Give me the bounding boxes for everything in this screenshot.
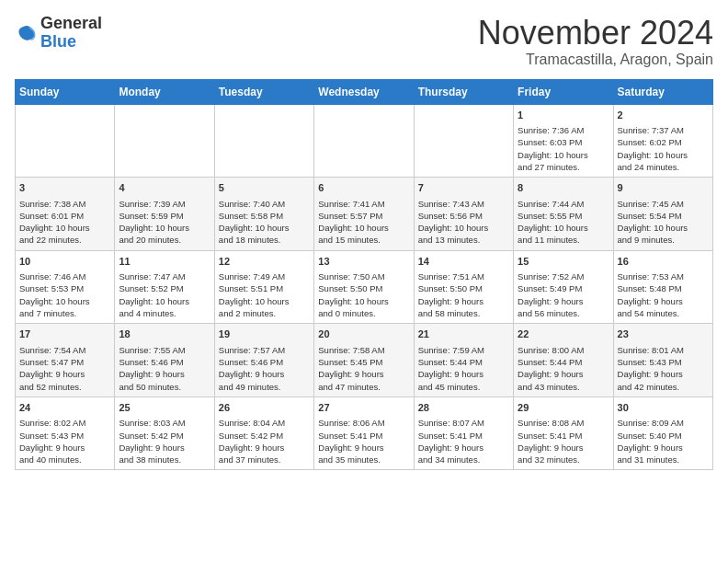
logo-text: General Blue (40, 15, 102, 52)
day-number: 27 (318, 401, 409, 415)
calendar-cell: 16Sunrise: 7:53 AMSunset: 5:48 PMDayligh… (613, 250, 712, 324)
day-number: 20 (318, 327, 409, 341)
day-info: Sunrise: 7:58 AMSunset: 5:45 PMDaylight:… (318, 344, 409, 393)
calendar-week-row: 1Sunrise: 7:36 AMSunset: 6:03 PMDaylight… (16, 104, 713, 178)
calendar-cell: 27Sunrise: 8:06 AMSunset: 5:41 PMDayligh… (314, 396, 414, 470)
weekday-header: Sunday (16, 79, 115, 104)
calendar-cell: 11Sunrise: 7:47 AMSunset: 5:52 PMDayligh… (115, 250, 214, 324)
day-info: Sunrise: 7:38 AMSunset: 6:01 PMDaylight:… (19, 198, 110, 247)
calendar-cell: 12Sunrise: 7:49 AMSunset: 5:51 PMDayligh… (214, 250, 313, 324)
day-info: Sunrise: 7:46 AMSunset: 5:53 PMDaylight:… (19, 270, 110, 319)
calendar-cell: 15Sunrise: 7:52 AMSunset: 5:49 PMDayligh… (514, 250, 613, 324)
day-number: 24 (19, 401, 110, 415)
weekday-header: Saturday (613, 79, 712, 104)
calendar-cell: 6Sunrise: 7:41 AMSunset: 5:57 PMDaylight… (314, 178, 414, 251)
weekday-header-row: SundayMondayTuesdayWednesdayThursdayFrid… (16, 79, 713, 104)
weekday-header: Friday (514, 79, 613, 104)
day-number: 14 (418, 255, 509, 269)
day-number: 8 (518, 181, 609, 195)
calendar-cell: 9Sunrise: 7:45 AMSunset: 5:54 PMDaylight… (613, 178, 712, 251)
day-info: Sunrise: 7:36 AMSunset: 6:03 PMDaylight:… (518, 124, 609, 173)
weekday-header: Thursday (414, 79, 513, 104)
day-info: Sunrise: 7:40 AMSunset: 5:58 PMDaylight:… (219, 198, 310, 247)
day-info: Sunrise: 7:50 AMSunset: 5:50 PMDaylight:… (318, 270, 409, 319)
day-info: Sunrise: 7:54 AMSunset: 5:47 PMDaylight:… (19, 344, 110, 393)
day-number: 12 (219, 255, 310, 269)
calendar-cell: 19Sunrise: 7:57 AMSunset: 5:46 PMDayligh… (214, 324, 313, 397)
calendar-week-row: 10Sunrise: 7:46 AMSunset: 5:53 PMDayligh… (16, 250, 713, 324)
calendar-cell (414, 104, 513, 178)
day-info: Sunrise: 7:57 AMSunset: 5:46 PMDaylight:… (219, 344, 310, 393)
day-info: Sunrise: 8:00 AMSunset: 5:44 PMDaylight:… (518, 344, 609, 393)
calendar-cell: 3Sunrise: 7:38 AMSunset: 6:01 PMDaylight… (16, 178, 115, 251)
calendar-week-row: 3Sunrise: 7:38 AMSunset: 6:01 PMDaylight… (16, 178, 713, 251)
day-info: Sunrise: 7:53 AMSunset: 5:48 PMDaylight:… (618, 270, 709, 319)
day-number: 3 (19, 181, 110, 195)
day-number: 23 (618, 327, 709, 341)
day-number: 29 (518, 401, 609, 415)
weekday-header: Wednesday (314, 79, 414, 104)
day-number: 16 (618, 255, 709, 269)
calendar-cell: 4Sunrise: 7:39 AMSunset: 5:59 PMDaylight… (115, 178, 214, 251)
calendar-cell: 21Sunrise: 7:59 AMSunset: 5:44 PMDayligh… (414, 324, 513, 397)
calendar-cell: 30Sunrise: 8:09 AMSunset: 5:40 PMDayligh… (613, 396, 712, 470)
calendar-cell: 13Sunrise: 7:50 AMSunset: 5:50 PMDayligh… (314, 250, 414, 324)
calendar-cell: 5Sunrise: 7:40 AMSunset: 5:58 PMDaylight… (214, 178, 313, 251)
calendar-cell: 7Sunrise: 7:43 AMSunset: 5:56 PMDaylight… (414, 178, 513, 251)
day-number: 13 (318, 255, 409, 269)
day-number: 11 (119, 255, 210, 269)
day-number: 28 (418, 401, 509, 415)
calendar-cell: 28Sunrise: 8:07 AMSunset: 5:41 PMDayligh… (414, 396, 513, 470)
day-number: 5 (219, 181, 310, 195)
day-info: Sunrise: 7:49 AMSunset: 5:51 PMDaylight:… (219, 270, 310, 319)
day-number: 21 (418, 327, 509, 341)
calendar-cell: 18Sunrise: 7:55 AMSunset: 5:46 PMDayligh… (115, 324, 214, 397)
weekday-header: Tuesday (214, 79, 313, 104)
day-info: Sunrise: 7:44 AMSunset: 5:55 PMDaylight:… (518, 198, 609, 247)
day-info: Sunrise: 7:51 AMSunset: 5:50 PMDaylight:… (418, 270, 509, 319)
day-number: 25 (119, 401, 210, 415)
day-info: Sunrise: 7:52 AMSunset: 5:49 PMDaylight:… (518, 270, 609, 319)
logo-blue: Blue (40, 33, 102, 52)
day-number: 19 (219, 327, 310, 341)
day-number: 4 (119, 181, 210, 195)
day-info: Sunrise: 8:08 AMSunset: 5:41 PMDaylight:… (518, 417, 609, 465)
day-info: Sunrise: 8:01 AMSunset: 5:43 PMDaylight:… (618, 344, 709, 393)
calendar-cell: 20Sunrise: 7:58 AMSunset: 5:45 PMDayligh… (314, 324, 414, 397)
logo-general: General (40, 15, 102, 33)
calendar-cell: 10Sunrise: 7:46 AMSunset: 5:53 PMDayligh… (16, 250, 115, 324)
day-number: 30 (618, 401, 709, 415)
day-info: Sunrise: 7:41 AMSunset: 5:57 PMDaylight:… (318, 198, 409, 247)
day-number: 17 (19, 327, 110, 341)
calendar-cell (214, 104, 313, 178)
day-info: Sunrise: 7:43 AMSunset: 5:56 PMDaylight:… (418, 198, 509, 247)
day-info: Sunrise: 7:37 AMSunset: 6:02 PMDaylight:… (618, 124, 709, 173)
calendar-cell: 23Sunrise: 8:01 AMSunset: 5:43 PMDayligh… (613, 324, 712, 397)
calendar-cell (16, 104, 115, 178)
title-area: November 2024 Tramacastilla, Aragon, Spa… (478, 15, 713, 68)
day-info: Sunrise: 7:59 AMSunset: 5:44 PMDaylight:… (418, 344, 509, 393)
calendar-cell (115, 104, 214, 178)
logo-icon (15, 22, 37, 44)
calendar-cell: 26Sunrise: 8:04 AMSunset: 5:42 PMDayligh… (214, 396, 313, 470)
day-info: Sunrise: 8:03 AMSunset: 5:42 PMDaylight:… (119, 417, 210, 465)
day-number: 1 (518, 109, 609, 122)
day-info: Sunrise: 8:04 AMSunset: 5:42 PMDaylight:… (219, 417, 310, 465)
day-number: 6 (318, 181, 409, 195)
day-info: Sunrise: 8:02 AMSunset: 5:43 PMDaylight:… (19, 417, 110, 465)
weekday-header: Monday (115, 79, 214, 104)
calendar-cell: 22Sunrise: 8:00 AMSunset: 5:44 PMDayligh… (514, 324, 613, 397)
calendar-cell: 29Sunrise: 8:08 AMSunset: 5:41 PMDayligh… (514, 396, 613, 470)
day-number: 15 (518, 255, 609, 269)
day-info: Sunrise: 8:09 AMSunset: 5:40 PMDaylight:… (618, 417, 709, 465)
day-info: Sunrise: 8:07 AMSunset: 5:41 PMDaylight:… (418, 417, 509, 465)
day-number: 10 (19, 255, 110, 269)
day-number: 9 (618, 181, 709, 195)
day-number: 18 (119, 327, 210, 341)
day-number: 22 (518, 327, 609, 341)
month-title: November 2024 (478, 15, 713, 52)
calendar-cell: 25Sunrise: 8:03 AMSunset: 5:42 PMDayligh… (115, 396, 214, 470)
calendar-week-row: 24Sunrise: 8:02 AMSunset: 5:43 PMDayligh… (16, 396, 713, 470)
day-info: Sunrise: 8:06 AMSunset: 5:41 PMDaylight:… (318, 417, 409, 465)
day-info: Sunrise: 7:45 AMSunset: 5:54 PMDaylight:… (618, 198, 709, 247)
